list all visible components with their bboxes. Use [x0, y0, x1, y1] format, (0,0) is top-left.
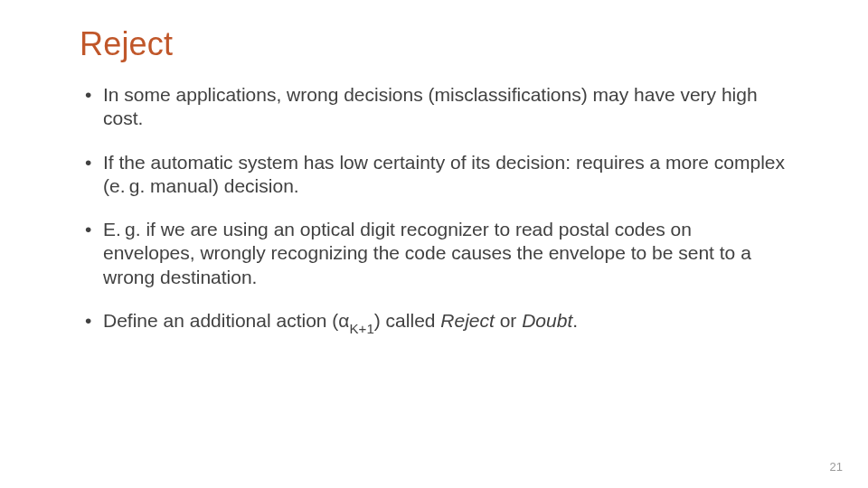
- bullet-text-mid: ) called: [374, 310, 441, 331]
- bullet-text-or: or: [495, 310, 522, 331]
- bullet-text-post: .: [572, 310, 578, 331]
- bullet-text-pre: Define an additional action (α: [103, 310, 349, 331]
- slide: Reject In some applications, wrong decis…: [0, 0, 868, 488]
- italic-term: Doubt: [522, 310, 572, 331]
- bullet-text: If the automatic system has low certaint…: [103, 152, 785, 196]
- bullet-item: In some applications, wrong decisions (m…: [80, 83, 788, 131]
- italic-term: Reject: [440, 310, 495, 331]
- page-number: 21: [830, 460, 843, 474]
- bullet-item: If the automatic system has low certaint…: [80, 151, 788, 199]
- subscript: K+1: [349, 321, 373, 336]
- bullet-item: Define an additional action (αK+1) calle…: [80, 309, 788, 336]
- bullet-text: E. g. if we are using an optical digit r…: [103, 219, 751, 287]
- slide-title: Reject: [80, 25, 788, 63]
- bullet-list: In some applications, wrong decisions (m…: [80, 83, 788, 336]
- bullet-text: In some applications, wrong decisions (m…: [103, 84, 758, 128]
- bullet-item: E. g. if we are using an optical digit r…: [80, 218, 788, 289]
